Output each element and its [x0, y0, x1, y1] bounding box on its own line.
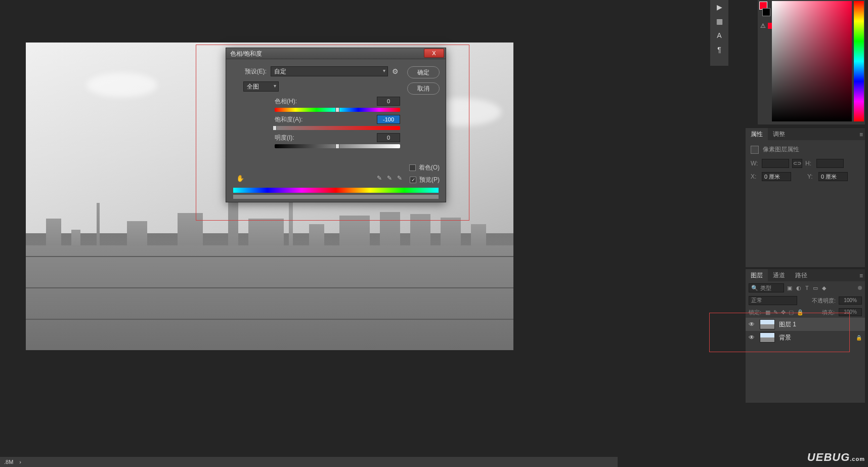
preset-gear-icon[interactable]: ⚙ — [392, 67, 399, 75]
y-label: Y: — [807, 173, 815, 180]
x-label: X: — [751, 173, 759, 180]
lightness-slider-thumb[interactable] — [335, 144, 339, 149]
right-panels: ▶ ▦ A ¶ ⚠ 属性 调整 ≡ 像素图层属性 W: — [728, 0, 868, 467]
color-panel: ⚠ — [758, 0, 865, 124]
panel-menu-icon[interactable]: ≡ — [859, 131, 863, 138]
saturation-label: 饱和度(A): — [275, 115, 302, 124]
hue-slider[interactable] — [275, 108, 400, 112]
saturation-slider[interactable] — [275, 126, 400, 130]
x-input[interactable]: 0 厘米 — [762, 172, 791, 181]
dialog-title-text: 色相/饱和度 — [230, 50, 262, 57]
filter-adjust-icon[interactable]: ◐ — [796, 285, 801, 291]
cancel-button[interactable]: 取消 — [407, 82, 440, 95]
tab-adjustments[interactable]: 调整 — [768, 128, 790, 141]
filter-shape-icon[interactable]: ▭ — [813, 285, 818, 291]
channel-select[interactable]: 全图 — [243, 81, 279, 92]
hue-label: 色相(H): — [275, 97, 297, 106]
lightness-input[interactable]: 0 — [377, 133, 400, 142]
hue-strip[interactable] — [854, 1, 864, 121]
eyedropper-plus-icon[interactable]: ✎ — [387, 175, 392, 182]
properties-kind-label: 像素图层属性 — [763, 145, 799, 154]
text-tool-icon[interactable]: A — [710, 28, 728, 43]
colorize-label: 着色(O) — [419, 163, 440, 172]
layer-filter-kind[interactable]: 🔍类型 — [749, 283, 784, 292]
tab-properties[interactable]: 属性 — [746, 128, 768, 141]
link-wh-icon[interactable]: ⊂⊃ — [792, 159, 802, 168]
play-icon[interactable]: ▶ — [710, 0, 728, 14]
watermark: UEBUG.com — [807, 451, 865, 464]
w-label: W: — [751, 160, 759, 167]
dialog-close-button[interactable]: X — [424, 49, 444, 58]
paragraph-icon[interactable]: ¶ — [710, 43, 728, 57]
status-arrow-icon[interactable]: › — [19, 459, 21, 465]
layers-menu-icon[interactable]: ≡ — [859, 272, 863, 279]
tab-paths[interactable]: 路径 — [790, 269, 812, 282]
eyedropper-icon[interactable]: ✎ — [377, 175, 382, 182]
colorize-checkbox[interactable] — [409, 164, 416, 171]
lightness-label: 明度(I): — [275, 134, 294, 142]
pixel-layer-icon — [751, 146, 759, 154]
blend-mode-select[interactable]: 正常 — [749, 296, 797, 305]
saturation-input[interactable]: -100 — [377, 115, 400, 124]
y-input[interactable]: 0 厘米 — [818, 172, 848, 181]
hue-input[interactable]: 0 — [377, 97, 400, 106]
preview-checkbox[interactable] — [410, 177, 416, 183]
saturation-slider-thumb[interactable] — [273, 125, 277, 131]
hue-spectrum-top — [233, 188, 439, 193]
filter-text-icon[interactable]: T — [805, 285, 809, 291]
lightness-slider[interactable] — [275, 144, 400, 148]
hue-slider-thumb[interactable] — [335, 107, 339, 112]
gamut-warning-icon[interactable]: ⚠ — [760, 22, 766, 29]
preview-label: 预览(P) — [419, 176, 440, 184]
preset-label: 预设(E): — [235, 67, 267, 76]
tab-layers[interactable]: 图层 — [746, 269, 768, 282]
annotation-box-layers — [709, 313, 850, 352]
opacity-label: 不透明度: — [812, 297, 836, 305]
eyedropper-minus-icon[interactable]: ✎ — [397, 175, 402, 182]
layer-lock-icon[interactable]: 🔒 — [856, 335, 862, 341]
tab-channels[interactable]: 通道 — [768, 269, 790, 282]
filter-toggle[interactable] — [858, 286, 862, 290]
ruler-icon[interactable]: ▦ — [710, 14, 728, 28]
h-label: H: — [805, 160, 813, 167]
width-input[interactable] — [762, 159, 789, 168]
dialog-titlebar[interactable]: 色相/饱和度 X — [226, 48, 446, 59]
status-bar: .8M › — [0, 457, 618, 467]
opacity-input[interactable]: 100% — [839, 296, 862, 305]
properties-panel: 属性 调整 ≡ 像素图层属性 W: ⊂⊃ H: X: 0 厘米 Y: 0 厘米 — [746, 128, 865, 267]
filter-image-icon[interactable]: ▣ — [787, 285, 792, 291]
scrubby-hand-icon[interactable]: ✋ — [236, 175, 244, 182]
ok-button[interactable]: 确定 — [407, 66, 440, 78]
background-swatch[interactable] — [762, 8, 770, 16]
canvas-area: 色相/饱和度 X 预设(E): 自定 ⚙ 全图 色相(H): 0 — [0, 0, 618, 401]
hue-saturation-dialog: 色相/饱和度 X 预设(E): 自定 ⚙ 全图 色相(H): 0 — [226, 48, 446, 202]
preset-select[interactable]: 自定 — [271, 66, 388, 76]
panel-icon-strip: ▶ ▦ A ¶ — [710, 0, 728, 66]
filter-smart-icon[interactable]: ◆ — [822, 285, 826, 291]
color-field[interactable] — [772, 1, 852, 121]
hue-spectrum-bottom — [233, 195, 439, 199]
height-input[interactable] — [816, 159, 844, 168]
status-docsize[interactable]: .8M — [4, 459, 13, 465]
